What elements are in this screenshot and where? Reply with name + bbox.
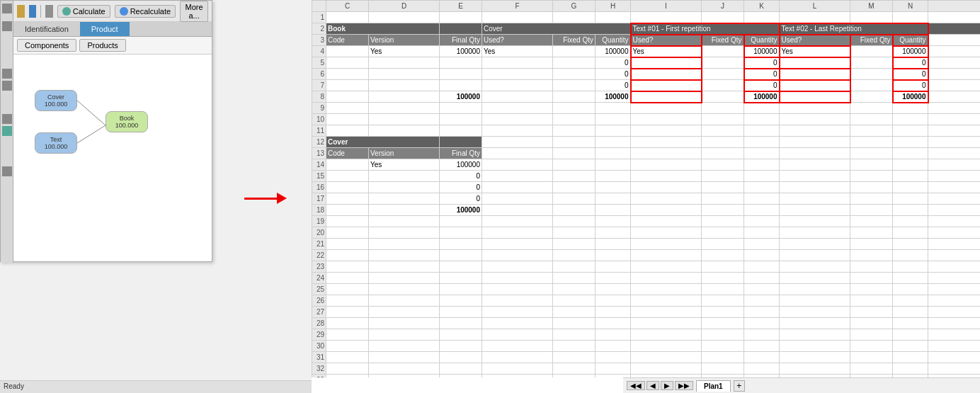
table-row: 30	[312, 341, 981, 352]
table-row: 5 0 0 0	[312, 57, 981, 69]
cover-section-header: 12 Cover	[312, 137, 981, 148]
panel-icon-5	[2, 114, 12, 124]
cover-col-headers: 13 Code Version Final Qty	[312, 148, 981, 159]
table-row: 17 0	[312, 193, 981, 205]
node-cover-value: 100.000	[41, 101, 71, 108]
more-button[interactable]: More a...	[180, 1, 208, 22]
table-row: 18 100000	[312, 205, 981, 216]
svg-line-0	[77, 101, 106, 125]
table-row: 22	[312, 250, 981, 261]
svg-line-1	[77, 125, 106, 143]
table-row: 14 Yes 100000	[312, 159, 981, 171]
node-text-value: 100.000	[41, 143, 71, 150]
status-bar: Ready	[0, 380, 312, 393]
book-section-header: 2 Book Cover Text #01 - First repetition…	[312, 23, 981, 35]
file-icon	[17, 5, 25, 18]
bottom-bar: ◀◀ ◀ ▶ ▶▶ Plan1 + ◀ ▶	[623, 377, 980, 393]
table-row: 16 0	[312, 182, 981, 193]
table-row: 25	[312, 284, 981, 295]
separator	[40, 5, 41, 18]
sub-tabs: Components Products	[13, 37, 212, 55]
table-row: 26	[312, 295, 981, 307]
table-row: 23	[312, 261, 981, 273]
text01-section-header: 21	[312, 239, 981, 250]
calculate-button[interactable]: Calculate	[57, 5, 110, 18]
table-row: 29	[312, 329, 981, 341]
table-row: 6 0 0 0	[312, 69, 981, 80]
table-row: 4 Yes 100000 Yes 100000 Yes 100000 Yes 1…	[312, 46, 981, 57]
calc-icon	[62, 7, 71, 16]
add-sheet-button[interactable]: +	[734, 380, 745, 392]
col-labels-row: C D E F G H I J K L M N	[312, 1, 981, 12]
panel-icon-6	[2, 126, 12, 136]
book-col-headers: 3 Code Version Final Qty Used? Fixed Qty…	[312, 35, 981, 46]
toolbar: Calculate Recalculate More a...	[13, 1, 212, 22]
node-book-value: 100.000	[112, 122, 142, 129]
table-row: 1	[312, 12, 981, 23]
grid-table: C D E F G H I J K L M N 1	[312, 0, 980, 377]
node-book[interactable]: Book 100.000	[106, 111, 148, 132]
table-row: 19	[312, 216, 981, 227]
save-icon	[29, 5, 37, 18]
spreadsheet: C D E F G H I J K L M N 1	[312, 0, 980, 393]
recalculate-button[interactable]: Recalculate	[115, 5, 176, 18]
status-text: Ready	[4, 382, 24, 390]
panel-icon-7	[2, 166, 12, 176]
node-text-label: Text	[41, 136, 71, 143]
table-row: 9	[312, 103, 981, 114]
diagram-area: Cover 100.000 Text 100.000 Book 100.000	[13, 55, 212, 196]
nav-left[interactable]: ◀◀ ◀ ▶ ▶▶	[627, 381, 693, 390]
panel-icon-1	[2, 4, 12, 13]
subtab-products[interactable]: Products	[79, 39, 125, 52]
node-text[interactable]: Text 100.000	[35, 132, 77, 154]
table-row: 11	[312, 125, 981, 137]
table-row: 31	[312, 352, 981, 363]
table-row: 27	[312, 307, 981, 318]
table-row: 7 0 0 0	[312, 80, 981, 91]
tab-product[interactable]: Product	[80, 22, 130, 36]
gear-icon	[45, 5, 53, 18]
arrow-right	[244, 191, 287, 205]
table-row: 8 100000 100000 100000 100000	[312, 91, 981, 103]
node-book-label: Book	[112, 115, 142, 122]
tab-identification[interactable]: Identification	[13, 22, 80, 36]
subtab-components[interactable]: Components	[17, 39, 76, 52]
panel-icon-4	[2, 81, 12, 91]
table-row: 32	[312, 363, 981, 375]
table-row: 24	[312, 273, 981, 284]
table-row: 20	[312, 227, 981, 239]
node-cover[interactable]: Cover 100.000	[35, 90, 77, 111]
table-row: 10	[312, 114, 981, 125]
nav-tabs: Identification Product	[13, 22, 212, 37]
recalc-icon	[120, 7, 128, 16]
node-cover-label: Cover	[41, 93, 71, 101]
table-row: 15 0	[312, 171, 981, 182]
sheet-tab-plan1[interactable]: Plan1	[696, 380, 731, 392]
panel-icon-2	[2, 21, 12, 31]
table-row: 28	[312, 318, 981, 329]
panel-icon-3	[2, 69, 12, 79]
